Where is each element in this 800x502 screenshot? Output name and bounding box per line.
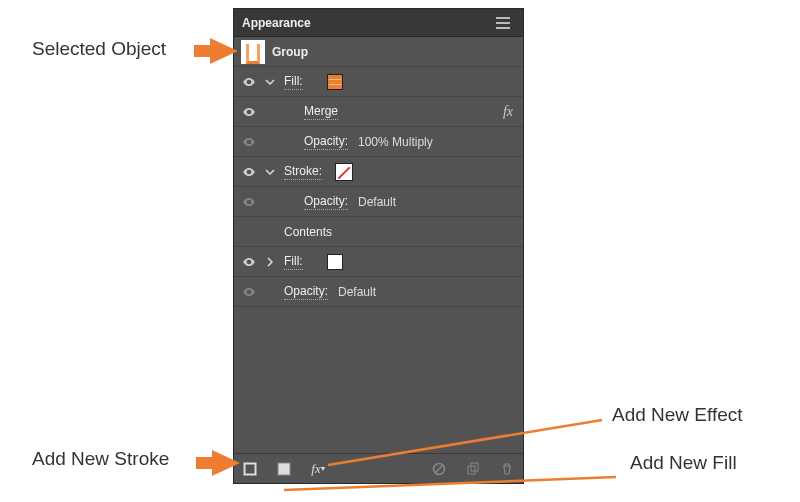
eye-icon xyxy=(242,195,256,209)
fill-label: Fill: xyxy=(284,74,303,90)
svg-line-3 xyxy=(436,465,443,472)
expand-toggle[interactable] xyxy=(262,77,278,87)
arrow-icon xyxy=(212,450,240,476)
duplicate-button[interactable] xyxy=(465,461,481,477)
contents-row[interactable]: Contents xyxy=(234,217,523,247)
clear-appearance-button[interactable] xyxy=(431,461,447,477)
add-fill-button[interactable] xyxy=(276,461,292,477)
stroke-label: Stroke: xyxy=(284,164,322,180)
merge-row[interactable]: Merge fx xyxy=(234,97,523,127)
stroke-row[interactable]: Stroke: xyxy=(234,157,523,187)
panel-menu-icon[interactable] xyxy=(491,14,515,32)
opacity-row-1[interactable]: Opacity: 100% Multiply xyxy=(234,127,523,157)
selected-object-row[interactable]: Group xyxy=(234,37,523,67)
chevron-down-icon xyxy=(265,167,275,177)
visibility-toggle[interactable] xyxy=(240,285,258,299)
expand-toggle[interactable] xyxy=(262,257,278,267)
add-stroke-button[interactable] xyxy=(242,461,258,477)
duplicate-icon xyxy=(466,462,480,476)
panel-header: Appearance xyxy=(234,9,523,37)
visibility-toggle[interactable] xyxy=(240,255,258,269)
arrow-icon xyxy=(210,38,238,64)
merge-label: Merge xyxy=(304,104,338,120)
add-fill-icon xyxy=(277,462,291,476)
add-stroke-icon xyxy=(243,462,257,476)
opacity-row-2[interactable]: Opacity: Default xyxy=(234,187,523,217)
group-label: Group xyxy=(272,45,308,59)
selected-object-thumb xyxy=(240,40,266,64)
opacity-value: 100% Multiply xyxy=(358,135,433,149)
svg-rect-0 xyxy=(245,463,256,474)
eye-icon xyxy=(242,105,256,119)
fill-swatch[interactable] xyxy=(327,74,343,90)
eye-icon xyxy=(242,285,256,299)
eye-icon xyxy=(242,135,256,149)
clear-icon xyxy=(432,462,446,476)
eye-icon xyxy=(242,255,256,269)
fill-row-2[interactable]: Fill: xyxy=(234,247,523,277)
callout-add-new-fill: Add New Fill xyxy=(630,452,737,474)
opacity-value: Default xyxy=(358,195,396,209)
trash-icon xyxy=(500,462,514,476)
callout-add-new-effect: Add New Effect xyxy=(612,404,743,426)
eye-icon xyxy=(242,165,256,179)
fill-label: Fill: xyxy=(284,254,303,270)
opacity-value: Default xyxy=(338,285,376,299)
panel-title: Appearance xyxy=(242,16,311,30)
chevron-right-icon xyxy=(265,257,275,267)
eye-icon xyxy=(242,75,256,89)
opacity-label: Opacity: xyxy=(304,134,348,150)
expand-toggle[interactable] xyxy=(262,167,278,177)
panel-footer: fx▾ xyxy=(234,453,523,483)
visibility-toggle[interactable] xyxy=(240,135,258,149)
stroke-swatch[interactable] xyxy=(336,164,352,180)
contents-label: Contents xyxy=(284,225,332,239)
visibility-toggle[interactable] xyxy=(240,165,258,179)
callout-selected-object: Selected Object xyxy=(32,38,166,60)
fill-row-1[interactable]: Fill: xyxy=(234,67,523,97)
opacity-label: Opacity: xyxy=(304,194,348,210)
callout-add-new-stroke: Add New Stroke xyxy=(32,448,169,470)
svg-rect-1 xyxy=(278,463,290,475)
delete-button[interactable] xyxy=(499,461,515,477)
add-effect-button[interactable]: fx▾ xyxy=(310,461,326,477)
visibility-toggle[interactable] xyxy=(240,195,258,209)
fx-icon[interactable]: fx xyxy=(503,104,513,120)
visibility-toggle[interactable] xyxy=(240,105,258,119)
opacity-label: Opacity: xyxy=(284,284,328,300)
visibility-toggle[interactable] xyxy=(240,75,258,89)
chevron-down-icon xyxy=(265,77,275,87)
appearance-panel: Appearance Group Fill: Merge fx xyxy=(233,8,524,484)
opacity-row-3[interactable]: Opacity: Default xyxy=(234,277,523,307)
fill-swatch[interactable] xyxy=(327,254,343,270)
